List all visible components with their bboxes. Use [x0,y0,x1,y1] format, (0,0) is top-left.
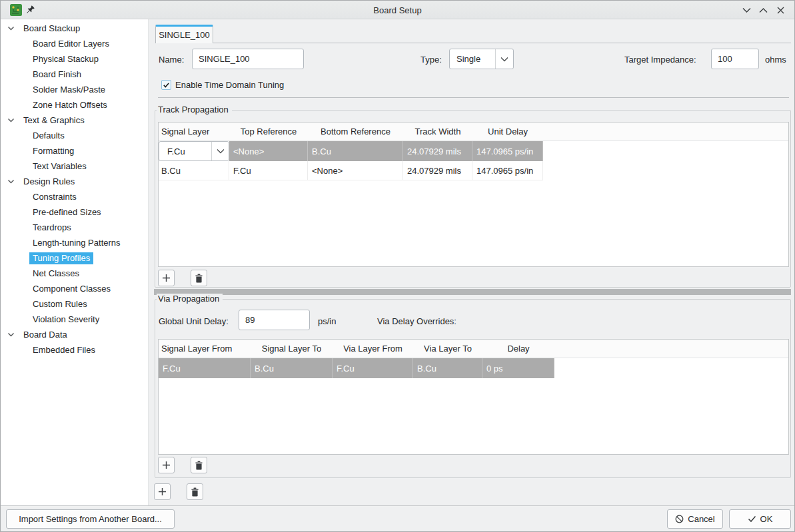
chevron-down-icon[interactable] [7,116,15,125]
window-close-icon[interactable] [774,3,787,17]
tree-label: Violation Severity [33,314,99,324]
sidebar-item-constraints[interactable]: Constraints [1,189,148,204]
via-add-button[interactable] [158,457,175,473]
sidebar-item-component-classes[interactable]: Component Classes [1,281,148,296]
tab-single-100[interactable]: SINGLE_100 [155,25,213,43]
via-delete-button[interactable] [191,457,207,473]
sidebar-item-embedded-files[interactable]: Embedded Files [1,342,148,358]
ok-button[interactable]: OK [729,509,791,529]
table-cell[interactable]: 0 ps [482,358,554,378]
table-cell[interactable]: B.Cu [413,358,482,378]
column-header[interactable]: Via Layer From [333,340,413,358]
column-header[interactable]: Track Width [403,123,472,140]
table-cell[interactable]: 147.0965 ps/in [472,161,543,180]
sidebar-item-design-rules[interactable]: Design Rules [1,174,148,189]
table-cell[interactable]: F.Cu [229,161,308,180]
window-minimize-icon[interactable] [740,3,753,17]
sidebar-item-text-variables[interactable]: Text Variables [1,158,148,174]
sidebar-item-text-graphics[interactable]: Text & Graphics [1,113,148,128]
sidebar-item-board-stackup[interactable]: Board Stackup [1,21,148,36]
window-maximize-icon[interactable] [756,3,770,17]
track-add-button[interactable] [158,270,175,286]
track-table-header: Signal Layer Top Reference Bottom Refere… [159,123,788,141]
table-cell[interactable]: 24.07929 mils [403,141,472,161]
sidebar-item-violation-severity[interactable]: Violation Severity [1,312,148,327]
profile-delete-button[interactable] [187,483,203,500]
tree-label: Teardrops [33,222,71,232]
via-delay-overrides-table: Signal Layer From Signal Layer To Via La… [158,339,789,455]
settings-tree: Board Stackup Board Editor Layers Physic… [1,19,149,505]
table-row-selected: F.Cu <None> B.Cu 24.07929 mils 147.0965 … [159,141,788,161]
sidebar-item-tuning-profiles[interactable]: Tuning Profiles [1,250,148,266]
sidebar-item-zone-hatch-offsets[interactable]: Zone Hatch Offsets [1,97,148,113]
import-settings-button[interactable]: Import Settings from Another Board... [6,509,175,529]
board-setup-window: Board Setup Board Stackup Board Editor L… [0,0,795,532]
name-input[interactable] [192,49,304,69]
ok-label: OK [760,514,773,524]
table-cell[interactable]: <None> [229,141,308,161]
column-header[interactable]: Top Reference [229,123,308,140]
global-unit-delay-input[interactable] [239,310,310,330]
tree-label: Length-tuning Patterns [33,238,121,248]
sidebar-item-net-classes[interactable]: Net Classes [1,266,148,281]
enable-time-domain-tuning-checkbox[interactable] [161,80,171,90]
tree-label: Zone Hatch Offsets [33,100,107,110]
sidebar-item-board-editor-layers[interactable]: Board Editor Layers [1,36,148,51]
chevron-down-icon[interactable] [7,330,15,339]
tree-label: Text Variables [33,161,87,171]
cancel-label: Cancel [688,514,714,524]
table-cell[interactable]: F.Cu [333,358,413,378]
sidebar-item-formatting[interactable]: Formatting [1,143,148,158]
column-header[interactable]: Delay [482,340,554,358]
plus-icon [158,487,167,496]
tree-label: Design Rules [23,176,75,186]
chevron-down-icon [211,142,229,160]
track-delete-button[interactable] [191,270,207,286]
tree-label: Component Classes [33,284,111,294]
sidebar-item-pre-defined-sizes[interactable]: Pre-defined Sizes [1,204,148,220]
sidebar-item-board-finish[interactable]: Board Finish [1,67,148,82]
form-separator [158,97,789,98]
table-cell[interactable]: F.Cu [159,358,251,378]
table-cell[interactable]: 24.07929 mils [403,161,472,180]
via-table-header: Signal Layer From Signal Layer To Via La… [159,340,788,358]
column-header[interactable]: Signal Layer [159,123,229,140]
column-header[interactable]: Signal Layer To [251,340,333,358]
table-cell[interactable]: B.Cu [251,358,333,378]
type-value: Single [456,54,480,64]
type-label: Type: [420,54,442,65]
tab-label: SINGLE_100 [159,30,210,40]
profile-add-button[interactable] [154,483,171,500]
plus-icon [162,274,171,282]
sidebar-item-defaults[interactable]: Defaults [1,128,148,143]
splitter-handle[interactable] [154,289,791,295]
table-row: B.Cu F.Cu <None> 24.07929 mils 147.0965 … [159,161,788,180]
sidebar-item-solder-mask-paste[interactable]: Solder Mask/Paste [1,82,148,97]
chevron-down-icon[interactable] [7,177,15,186]
sidebar-item-length-tuning-patterns[interactable]: Length-tuning Patterns [1,235,148,250]
sidebar-item-board-data[interactable]: Board Data [1,327,148,342]
column-header[interactable]: Unit Delay [472,123,543,140]
sidebar-item-custom-rules[interactable]: Custom Rules [1,296,148,312]
column-header[interactable]: Signal Layer From [159,340,251,358]
plus-icon [162,461,171,469]
type-dropdown[interactable]: Single [449,49,514,69]
cancel-button[interactable]: Cancel [667,509,723,529]
sidebar-item-physical-stackup[interactable]: Physical Stackup [1,51,148,67]
column-header[interactable]: Via Layer To [413,340,482,358]
table-cell[interactable]: 147.0965 ps/in [472,141,543,161]
table-cell[interactable]: B.Cu [308,141,403,161]
signal-layer-combo[interactable]: F.Cu [159,141,229,161]
tree-label: Constraints [33,192,77,202]
sidebar-item-teardrops[interactable]: Teardrops [1,220,148,235]
table-cell[interactable]: B.Cu [159,161,229,180]
via-delay-overrides-label: Via Delay Overrides: [377,316,456,327]
target-impedance-input[interactable] [711,49,759,69]
import-settings-label: Import Settings from Another Board... [19,514,162,524]
impedance-unit-label: ohms [765,54,786,65]
table-cell[interactable]: <None> [308,161,403,180]
chevron-down-icon[interactable] [7,24,15,33]
window-title: Board Setup [1,1,794,19]
tree-label: Board Finish [33,69,81,79]
column-header[interactable]: Bottom Reference [308,123,403,140]
